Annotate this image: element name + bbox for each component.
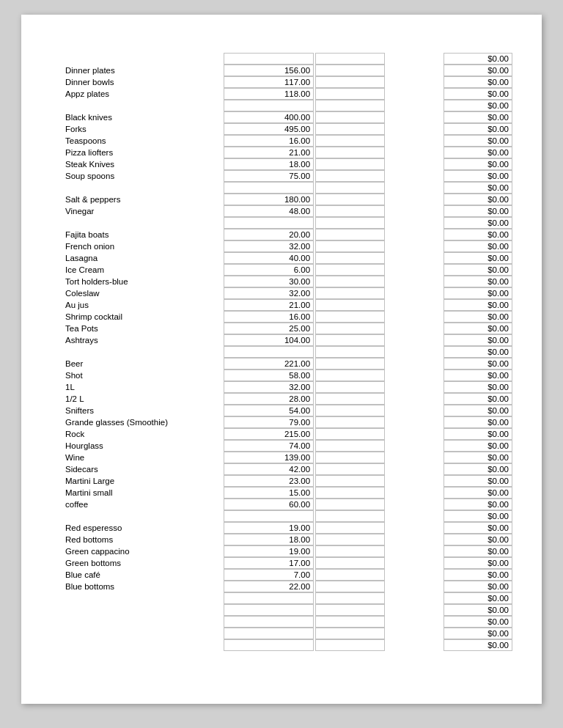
cell-inventory[interactable]: 180.00 xyxy=(224,194,314,205)
cell-inventory[interactable]: 104.00 xyxy=(224,334,314,346)
cell-inventory[interactable]: 28.00 xyxy=(224,393,314,405)
cell-cost[interactable] xyxy=(315,123,384,135)
cell-cost[interactable] xyxy=(315,628,384,639)
cell-cost[interactable] xyxy=(315,287,384,299)
cell-cost[interactable] xyxy=(315,369,384,381)
cell-inventory[interactable]: 400.00 xyxy=(224,111,314,123)
cell-cost[interactable] xyxy=(315,147,384,158)
cell-cost[interactable] xyxy=(315,381,384,393)
cell-inventory[interactable]: 58.00 xyxy=(224,369,314,381)
cell-cost[interactable] xyxy=(315,569,384,581)
cell-inventory[interactable] xyxy=(224,639,314,651)
cell-inventory[interactable]: 23.00 xyxy=(224,475,314,487)
cell-inventory[interactable] xyxy=(224,182,314,194)
cell-inventory[interactable] xyxy=(224,100,314,111)
cell-inventory[interactable]: 19.00 xyxy=(224,545,314,557)
cell-cost[interactable] xyxy=(315,463,384,475)
cell-inventory[interactable] xyxy=(224,604,314,616)
cell-cost[interactable] xyxy=(315,158,384,170)
cell-cost[interactable] xyxy=(315,311,384,323)
cell-cost[interactable] xyxy=(315,65,384,76)
cell-cost[interactable] xyxy=(315,592,384,604)
cell-inventory[interactable]: 15.00 xyxy=(224,487,314,499)
cell-cost[interactable] xyxy=(315,217,384,229)
cell-inventory[interactable]: 139.00 xyxy=(224,452,314,463)
cell-cost[interactable] xyxy=(315,53,384,65)
cell-cost[interactable] xyxy=(315,487,384,499)
cell-inventory[interactable]: 20.00 xyxy=(224,229,314,240)
cell-cost[interactable] xyxy=(315,475,384,487)
cell-inventory[interactable]: 30.00 xyxy=(224,276,314,287)
cell-cost[interactable] xyxy=(315,545,384,557)
cell-inventory[interactable]: 7.00 xyxy=(224,569,314,581)
cell-inventory[interactable] xyxy=(224,592,314,604)
cell-cost[interactable] xyxy=(315,135,384,147)
cell-inventory[interactable] xyxy=(224,628,314,639)
cell-inventory[interactable]: 21.00 xyxy=(224,299,314,311)
cell-cost[interactable] xyxy=(315,393,384,405)
cell-inventory[interactable] xyxy=(224,616,314,628)
cell-cost[interactable] xyxy=(315,581,384,592)
cell-inventory[interactable]: 6.00 xyxy=(224,264,314,276)
cell-cost[interactable] xyxy=(315,111,384,123)
cell-inventory[interactable]: 156.00 xyxy=(224,65,314,76)
cell-cost[interactable] xyxy=(315,557,384,569)
cell-cost[interactable] xyxy=(315,428,384,440)
cell-cost[interactable] xyxy=(315,499,384,510)
cell-cost[interactable] xyxy=(315,452,384,463)
cell-cost[interactable] xyxy=(315,170,384,182)
cell-cost[interactable] xyxy=(315,534,384,545)
cell-inventory[interactable]: 75.00 xyxy=(224,170,314,182)
cell-cost[interactable] xyxy=(315,604,384,616)
cell-cost[interactable] xyxy=(315,264,384,276)
cell-cost[interactable] xyxy=(315,323,384,334)
cell-cost[interactable] xyxy=(315,100,384,111)
cell-cost[interactable] xyxy=(315,334,384,346)
cell-cost[interactable] xyxy=(315,299,384,311)
cell-inventory[interactable]: 48.00 xyxy=(224,205,314,217)
cell-cost[interactable] xyxy=(315,205,384,217)
cell-cost[interactable] xyxy=(315,88,384,100)
cell-cost[interactable] xyxy=(315,440,384,452)
cell-inventory[interactable]: 25.00 xyxy=(224,323,314,334)
cell-inventory[interactable]: 32.00 xyxy=(224,287,314,299)
cell-inventory[interactable]: 18.00 xyxy=(224,158,314,170)
cell-cost[interactable] xyxy=(315,522,384,534)
cell-cost[interactable] xyxy=(315,276,384,287)
cell-inventory[interactable]: 221.00 xyxy=(224,358,314,369)
cell-inventory[interactable]: 215.00 xyxy=(224,428,314,440)
cell-inventory[interactable] xyxy=(224,217,314,229)
cell-cost[interactable] xyxy=(315,240,384,252)
cell-inventory[interactable]: 17.00 xyxy=(224,557,314,569)
cell-inventory[interactable]: 42.00 xyxy=(224,463,314,475)
cell-cost[interactable] xyxy=(315,616,384,628)
cell-inventory[interactable]: 40.00 xyxy=(224,252,314,264)
cell-cost[interactable] xyxy=(315,346,384,358)
cell-inventory[interactable]: 117.00 xyxy=(224,76,314,88)
cell-inventory[interactable]: 495.00 xyxy=(224,123,314,135)
cell-inventory[interactable]: 18.00 xyxy=(224,534,314,545)
cell-cost[interactable] xyxy=(315,639,384,651)
cell-cost[interactable] xyxy=(315,405,384,416)
cell-inventory[interactable]: 118.00 xyxy=(224,88,314,100)
cell-inventory[interactable]: 19.00 xyxy=(224,522,314,534)
cell-cost[interactable] xyxy=(315,194,384,205)
cell-inventory[interactable]: 32.00 xyxy=(224,240,314,252)
cell-cost[interactable] xyxy=(315,182,384,194)
cell-inventory[interactable]: 21.00 xyxy=(224,147,314,158)
cell-inventory[interactable]: 16.00 xyxy=(224,311,314,323)
cell-inventory[interactable] xyxy=(224,510,314,522)
cell-inventory[interactable]: 60.00 xyxy=(224,499,314,510)
cell-cost[interactable] xyxy=(315,76,384,88)
cell-inventory[interactable]: 74.00 xyxy=(224,440,314,452)
cell-inventory[interactable]: 32.00 xyxy=(224,381,314,393)
cell-cost[interactable] xyxy=(315,510,384,522)
cell-inventory[interactable]: 79.00 xyxy=(224,416,314,428)
cell-cost[interactable] xyxy=(315,358,384,369)
cell-cost[interactable] xyxy=(315,229,384,240)
cell-inventory[interactable]: 22.00 xyxy=(224,581,314,592)
cell-inventory[interactable]: 54.00 xyxy=(224,405,314,416)
cell-inventory[interactable] xyxy=(224,53,314,65)
cell-cost[interactable] xyxy=(315,252,384,264)
cell-inventory[interactable] xyxy=(224,346,314,358)
